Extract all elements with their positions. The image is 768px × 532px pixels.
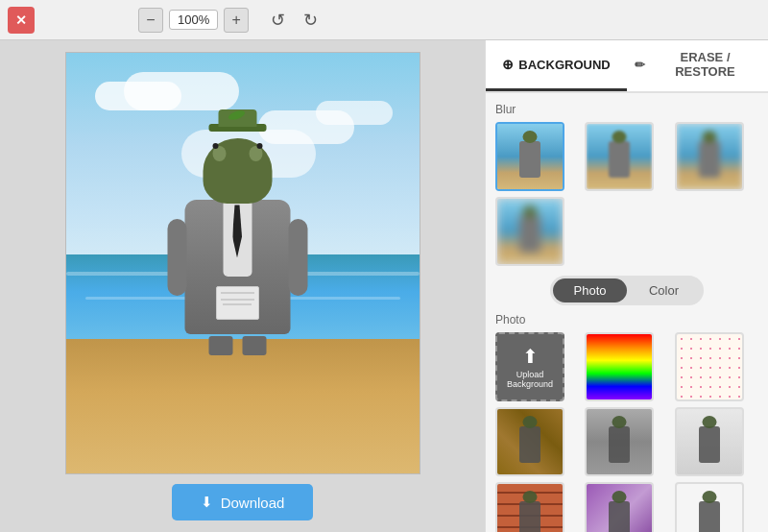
color-toggle-button[interactable]: Color [627, 278, 701, 302]
bg-thumb-rainbow[interactable] [585, 332, 654, 401]
blur-thumb-2[interactable] [675, 122, 744, 191]
sand [66, 339, 420, 473]
cloud-2 [124, 72, 239, 110]
blur-thumb-1[interactable] [585, 122, 654, 191]
bg-thumb-dotted[interactable] [675, 332, 744, 401]
figure [184, 138, 290, 355]
tab-erase-restore-label: ERASE / RESTORE [650, 50, 760, 79]
blur-section-label: Blur [495, 103, 758, 116]
bg-thumb-purple[interactable] [585, 482, 654, 532]
photo-toggle-button[interactable]: Photo [553, 278, 627, 302]
eraser-icon: ✏ [635, 58, 645, 72]
panel-content: Blur [486, 93, 768, 532]
photo-thumbnails: ⬆ Upload Background [495, 332, 758, 532]
toolbar: ✕ − 100% + ↺ ↻ [0, 0, 768, 40]
panel-tabs: ⊕ BACKGROUND ✏ ERASE / RESTORE [486, 40, 768, 93]
canvas-area: ⬇ Download [0, 40, 485, 532]
download-label: Download [221, 495, 285, 511]
zoom-in-button[interactable]: + [224, 8, 249, 33]
download-icon: ⬇ [201, 494, 213, 511]
tab-background[interactable]: ⊕ BACKGROUND [486, 40, 627, 91]
upload-icon: ⬆ [522, 345, 539, 368]
photo-color-toggle: Photo Color [550, 276, 704, 305]
layers-icon: ⊕ [502, 57, 514, 72]
zoom-out-button[interactable]: − [138, 8, 163, 33]
bg-thumb-white-figure[interactable] [675, 482, 744, 532]
zoom-value-display: 100% [169, 10, 218, 30]
zoom-controls: − 100% + [138, 8, 249, 33]
upload-background-label: Upload Background [497, 370, 563, 389]
redo-button[interactable]: ↻ [297, 7, 324, 34]
blur-thumb-3[interactable] [495, 197, 564, 266]
tab-background-label: BACKGROUND [518, 58, 610, 72]
upload-background-button[interactable]: ⬆ Upload Background [495, 332, 564, 401]
right-panel: ⊕ BACKGROUND ✏ ERASE / RESTORE Blur [485, 40, 768, 532]
photo-section-label: Photo [495, 313, 758, 326]
bg-thumb-brick[interactable] [495, 482, 564, 532]
main-content: ⬇ Download ⊕ BACKGROUND ✏ ERASE / RESTOR… [0, 40, 768, 532]
bg-thumb-wood[interactable] [495, 407, 564, 476]
undo-button[interactable]: ↺ [264, 7, 291, 34]
tab-erase-restore[interactable]: ✏ ERASE / RESTORE [627, 40, 768, 91]
canvas-wrapper [65, 52, 420, 474]
download-button[interactable]: ⬇ Download [172, 484, 314, 520]
close-button[interactable]: ✕ [8, 7, 35, 34]
canvas-image [66, 53, 420, 473]
cloud-4 [316, 101, 393, 125]
bg-thumb-gray-figure[interactable] [585, 407, 654, 476]
history-buttons: ↺ ↻ [264, 7, 324, 34]
blur-thumb-0[interactable] [495, 122, 564, 191]
bg-thumb-light-figure[interactable] [675, 407, 744, 476]
blur-thumbnails [495, 122, 758, 266]
